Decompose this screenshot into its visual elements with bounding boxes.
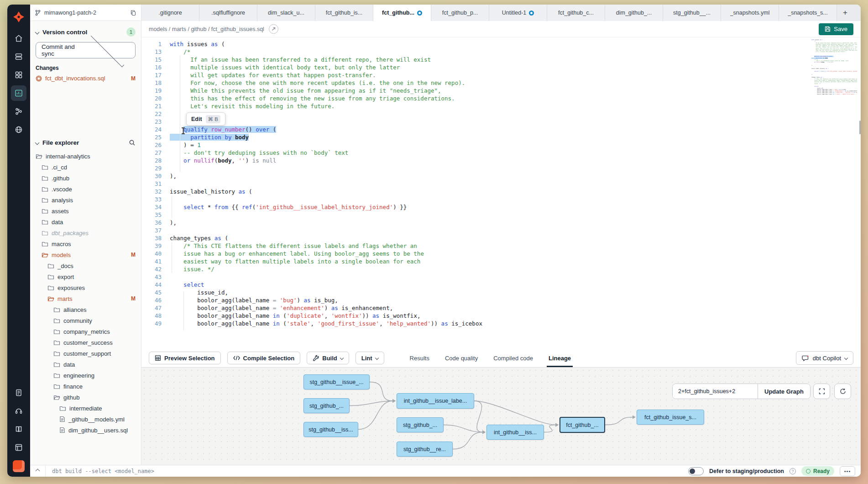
changed-file-item[interactable]: fct_dbt_invocations.sql M <box>30 74 141 83</box>
editor-tab-fct_github_is[interactable]: fct_github_is... <box>315 5 373 21</box>
folder-item-.github[interactable]: .github <box>30 173 141 184</box>
code-line[interactable]: 30), <box>141 172 861 180</box>
explore-globe-icon[interactable] <box>11 122 26 137</box>
editor-tab-sqlfluffignore[interactable]: .sqlfluffignore <box>199 5 257 21</box>
editor-tab-dim_github_[interactable]: dim_github_... <box>605 5 663 21</box>
lineage-node-stg_github_[interactable]: stg_github_... <box>397 417 444 432</box>
code-line[interactable]: 34 select * from {{ ref('int_github__iss… <box>141 203 861 211</box>
code-line[interactable]: 17 will get updates for events that happ… <box>141 71 861 79</box>
code-line[interactable]: 26 ) = 1 <box>141 141 861 149</box>
code-line[interactable]: 22 <box>141 110 861 118</box>
code-line[interactable]: 19 While this prevents the old issue fro… <box>141 87 861 95</box>
editor-tab-Untitled1[interactable]: Untitled-1 <box>489 5 547 21</box>
folder-item-models[interactable]: modelsM <box>30 249 141 260</box>
edit-tooltip[interactable]: Edit ⌘ B <box>186 112 225 126</box>
minimap[interactable]: with issues as ( /* If an issue has been… <box>811 39 857 95</box>
code-line[interactable]: 37 <box>141 226 861 234</box>
copy-path-icon[interactable] <box>269 24 278 34</box>
version-control-header[interactable]: Version control 1 <box>30 21 141 40</box>
code-line[interactable]: 1with issues as ( <box>141 40 861 48</box>
lineage-node-stg_github__iss[interactable]: stg_github__iss... <box>303 422 358 437</box>
folder-item-.vscode[interactable]: .vscode <box>30 184 141 195</box>
code-line[interactable]: 25 partition by body <box>141 133 861 141</box>
editor-tab-fct_github_p[interactable]: fct_github_p... <box>431 5 489 21</box>
develop-ide-icon[interactable] <box>11 85 26 101</box>
folder-item-marts[interactable]: martsM <box>30 293 141 304</box>
code-line[interactable]: 36), <box>141 219 861 226</box>
folder-item-assets[interactable]: assets <box>30 205 141 216</box>
docs-book-icon[interactable] <box>11 421 26 437</box>
code-line[interactable]: 15 If an issue has been transferred to a… <box>141 56 861 63</box>
code-editor[interactable]: 1with issues as (13 /*15 If an issue has… <box>141 37 861 349</box>
folder-item-finance[interactable]: finance <box>30 381 141 392</box>
folder-item-exposures[interactable]: exposures <box>30 282 141 293</box>
code-line[interactable]: 43 <box>141 273 861 281</box>
file-explorer-header[interactable]: File explorer <box>30 133 141 150</box>
file-item-dim_github__users.sql[interactable]: dim_github__users.sql <box>30 425 141 436</box>
code-line[interactable]: 47 boolor_agg(label_name = 'enhancement'… <box>141 304 861 312</box>
lineage-node-fct_github_issue_s[interactable]: fct_github_issue_s... <box>637 410 704 425</box>
code-line[interactable]: 13 /* <box>141 48 861 56</box>
lineage-selector-input[interactable] <box>673 384 758 399</box>
folder-item-.ci_cd[interactable]: .ci_cd <box>30 162 141 173</box>
expand-command-bar-button[interactable] <box>30 465 46 477</box>
tab-results[interactable]: Results <box>410 349 429 367</box>
code-line[interactable]: 41 easiest way to flatten multiple label… <box>141 258 861 265</box>
code-line[interactable]: 48 boolor_agg(label_name in ('duplicate'… <box>141 312 861 320</box>
build-button[interactable]: Build <box>307 352 349 364</box>
changelog-panel-icon[interactable] <box>11 440 26 455</box>
code-line[interactable]: 44 select <box>141 281 861 289</box>
code-line[interactable]: 38change_types as ( <box>141 234 861 242</box>
orchestration-icon[interactable] <box>11 104 26 119</box>
compile-selection-button[interactable]: Compile Selection <box>227 352 301 364</box>
editor-tab-gitignore[interactable]: .gitignore <box>141 5 199 21</box>
code-line[interactable]: 24 qualify row_number() over ( <box>141 126 861 133</box>
code-line[interactable]: 16 multiple issues with identical body t… <box>141 63 861 71</box>
folder-item-internal-analytics[interactable]: internal-analytics <box>30 151 141 162</box>
code-line[interactable]: 46 boolor_agg(label_name = 'bug') as is_… <box>141 296 861 304</box>
commit-and-sync-button[interactable]: Commit and sync <box>36 42 136 58</box>
code-line[interactable]: 40 issue has a bug or enhancement label.… <box>141 250 861 258</box>
lineage-node-stg_github_[interactable]: stg_github_... <box>303 398 350 413</box>
folder-item-customer_support[interactable]: customer_support <box>30 348 141 359</box>
code-line[interactable]: 18 For now, choose the one with more rec… <box>141 79 861 87</box>
fullscreen-button[interactable] <box>813 384 830 399</box>
folder-item-export[interactable]: export <box>30 271 141 282</box>
defer-toggle[interactable] <box>688 467 704 475</box>
new-tab-button[interactable]: + <box>837 5 853 21</box>
help-icon[interactable]: ? <box>790 468 796 474</box>
lineage-node-int_github__issue_labe[interactable]: int_github__issue_labe... <box>397 393 474 409</box>
code-line[interactable]: 31 <box>141 180 861 188</box>
dbt-copilot-button[interactable]: dbt Copilot <box>796 351 853 365</box>
editor-tab-fct_github_c[interactable]: fct_github_c... <box>547 5 605 21</box>
support-headset-icon[interactable] <box>11 403 26 419</box>
dbt-logo-icon[interactable] <box>11 9 26 25</box>
apps-grid-icon[interactable] <box>11 67 26 83</box>
user-avatar[interactable] <box>13 460 25 472</box>
lineage-node-int_github__iss[interactable]: int_github__iss... <box>486 425 544 440</box>
folder-item-data[interactable]: data <box>30 216 141 227</box>
more-options-button[interactable]: ••• <box>840 466 855 476</box>
lineage-node-stg_github__re[interactable]: stg_github__re... <box>397 442 453 457</box>
editor-tab-_snapshotsyml[interactable]: _snapshots.yml <box>721 5 779 21</box>
search-icon[interactable] <box>129 139 136 146</box>
folder-item-engineering[interactable]: engineering <box>30 370 141 381</box>
copy-icon[interactable] <box>130 10 136 16</box>
lineage-node-fct_github_[interactable]: fct_github_... <box>559 417 605 433</box>
code-line[interactable]: 42 issue. */ <box>141 265 861 273</box>
tab-code-quality[interactable]: Code quality <box>445 349 478 367</box>
folder-item-analysis[interactable]: analysis <box>30 195 141 205</box>
home-icon[interactable] <box>11 31 26 46</box>
editor-tab-dim_slack_u[interactable]: dim_slack_u... <box>257 5 315 21</box>
code-line[interactable]: 23 <box>141 118 861 126</box>
folder-item-_docs[interactable]: _docs <box>30 260 141 271</box>
refresh-button[interactable] <box>834 384 851 399</box>
cli-command-text[interactable]: dbt build --select <model_name> <box>46 468 154 474</box>
preview-selection-button[interactable]: Preview Selection <box>149 352 221 364</box>
code-line[interactable]: 39 /* This CTE flattens the different is… <box>141 242 861 250</box>
editor-tab-fct_github[interactable]: fct_github... <box>373 5 431 21</box>
editor-tab-_snapshots_s[interactable]: _snapshots_s... <box>779 5 837 21</box>
environments-icon[interactable] <box>11 49 26 64</box>
folder-item-customer_success[interactable]: customer_success <box>30 337 141 348</box>
folder-item-macros[interactable]: macros <box>30 238 141 249</box>
